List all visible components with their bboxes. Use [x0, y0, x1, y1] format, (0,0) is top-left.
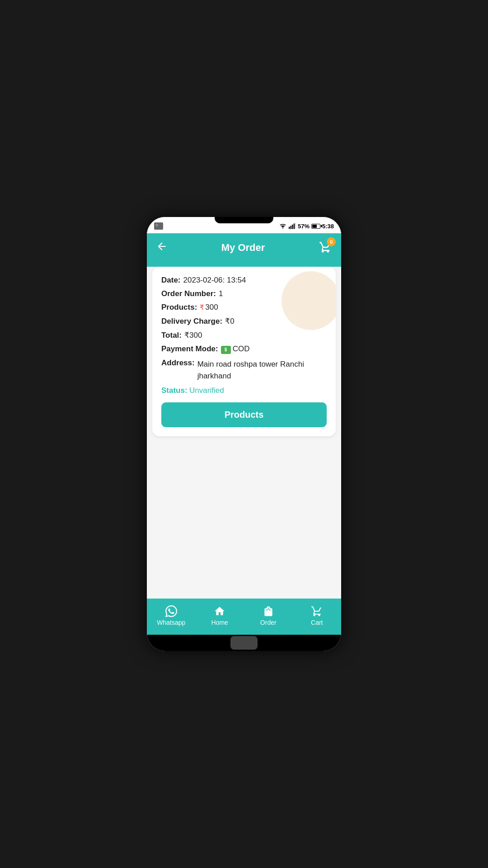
cart-label: Cart [311, 619, 323, 626]
products-row: Products: ₹ 300 [161, 303, 327, 312]
whatsapp-icon [165, 605, 177, 617]
order-bag-icon [263, 605, 274, 617]
wifi-icon [279, 223, 287, 229]
status-row: Status: Unvarified [161, 386, 327, 395]
status-bar-left [154, 222, 163, 230]
home-indicator [147, 635, 341, 651]
nav-whatsapp[interactable]: Whatsapp [155, 605, 187, 626]
bottom-nav: Whatsapp Home Order [147, 599, 341, 635]
svg-rect-3 [294, 223, 295, 229]
order-label: Order [260, 619, 277, 626]
total-value: ₹300 [184, 330, 202, 340]
photo-icon [154, 222, 163, 230]
whatsapp-label: Whatsapp [157, 619, 185, 626]
svg-rect-1 [291, 226, 291, 229]
status-bar-right: 57% 5:38 [279, 223, 334, 230]
rupee-icon: ₹ [200, 303, 204, 311]
delivery-value: ₹0 [225, 316, 234, 326]
status-label: Status: [161, 386, 188, 395]
payment-value: COD [233, 344, 250, 354]
payment-mode-icon: $ [221, 346, 231, 354]
payment-row: Payment Mode: $ COD [161, 344, 327, 354]
battery-percent: 57% [298, 223, 310, 230]
phone-screen: 57% 5:38 My Order 0 [147, 217, 341, 651]
cart-button[interactable]: 0 [317, 239, 334, 257]
delivery-row: Delivery Charge: ₹0 [161, 316, 327, 326]
back-button[interactable] [154, 239, 169, 257]
date-value: 2023-02-06: 13:54 [183, 276, 246, 285]
phone-frame: 57% 5:38 My Order 0 [147, 217, 341, 651]
total-label: Total: [161, 331, 182, 340]
order-number-label: Order Number: [161, 289, 216, 298]
signal-icon [289, 223, 296, 229]
order-number-value: 1 [219, 289, 223, 298]
battery-fill [312, 225, 317, 228]
date-row: Date: 2023-02-06: 13:54 [161, 276, 327, 285]
main-content: Date: 2023-02-06: 13:54 Order Number: 1 … [147, 267, 341, 599]
page-title: My Order [169, 242, 317, 254]
cart-badge: 0 [327, 237, 336, 246]
phone-notch [215, 217, 273, 223]
svg-rect-2 [292, 225, 293, 229]
delivery-label: Delivery Charge: [161, 317, 222, 326]
order-number-row: Order Number: 1 [161, 289, 327, 298]
nav-cart[interactable]: Cart [301, 605, 333, 626]
app-header: My Order 0 [147, 233, 341, 262]
home-label: Home [211, 619, 228, 626]
date-label: Date: [161, 276, 181, 285]
payment-label: Payment Mode: [161, 344, 218, 354]
address-label: Address: [161, 359, 195, 368]
battery-icon [311, 224, 320, 229]
home-icon [214, 605, 225, 617]
products-button[interactable]: Products [161, 402, 327, 427]
svg-rect-0 [289, 227, 290, 229]
nav-order[interactable]: Order [253, 605, 284, 626]
order-card: Date: 2023-02-06: 13:54 Order Number: 1 … [152, 267, 336, 436]
products-value: 300 [205, 303, 218, 312]
nav-home[interactable]: Home [204, 605, 235, 626]
status-value-text: Unvarified [189, 386, 224, 395]
time-display: 5:38 [322, 223, 334, 230]
svg-rect-4 [295, 223, 296, 229]
total-row: Total: ₹300 [161, 330, 327, 340]
home-indicator-bar [230, 636, 258, 650]
cart-nav-icon [311, 605, 323, 617]
address-row: Address: Main road roshpa tower Ranchi j… [161, 359, 327, 382]
products-label: Products: [161, 303, 197, 312]
address-value: Main road roshpa tower Ranchi jharkhand [197, 359, 327, 382]
